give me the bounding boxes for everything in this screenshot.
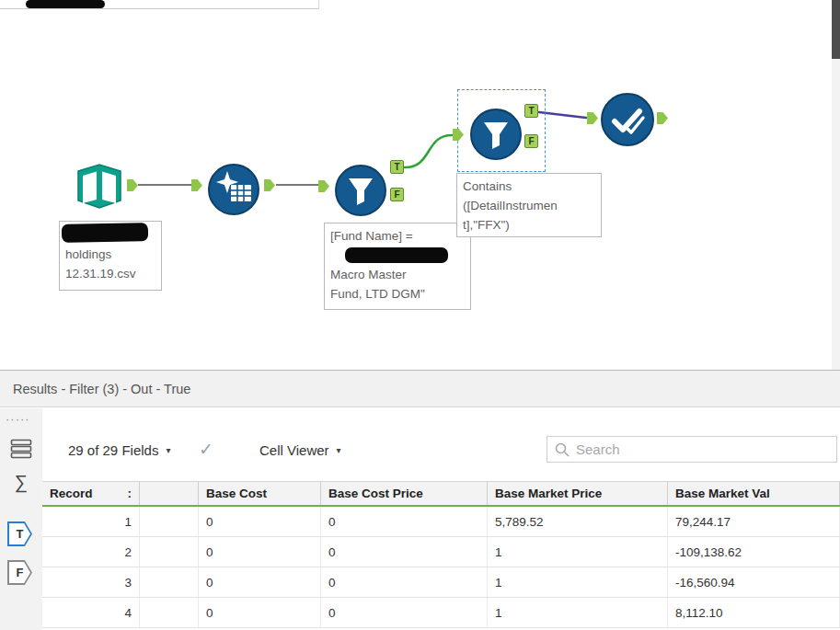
column-header-base-market-price[interactable]: Base Market Price — [488, 482, 668, 505]
cell-base-market-price[interactable]: 1 — [488, 598, 668, 627]
filter1-input-anchor[interactable] — [318, 180, 329, 192]
canvas-scrollbar[interactable] — [832, 0, 840, 370]
true-output-button[interactable]: T — [7, 521, 32, 546]
input-data-tool[interactable] — [74, 160, 125, 213]
false-output-button[interactable]: F — [7, 560, 32, 585]
column-header-hidden[interactable] — [140, 482, 199, 505]
filter-funnel-icon — [337, 166, 385, 214]
cell-base-cost-price[interactable]: 0 — [321, 598, 488, 627]
filter1-false-anchor[interactable]: F — [390, 188, 404, 201]
annotation-filter2[interactable]: Contains ([DetailInstrumen t],"FFX") — [456, 173, 602, 237]
table-row: 2 0 0 1 -109,138.62 — [42, 537, 840, 567]
unique-output-anchor[interactable] — [657, 112, 668, 124]
scrollbar-thumb[interactable] — [832, 0, 840, 59]
unique-tool[interactable] — [601, 93, 654, 146]
annotation-line: Fund, LTD DGM" — [330, 284, 465, 304]
results-title: Results - Filter (3) - Out - True — [13, 382, 190, 396]
unique-input-anchor[interactable] — [587, 112, 598, 124]
table-row: 4 0 0 1 8,112.10 — [42, 598, 840, 628]
cell-base-cost[interactable]: 0 — [199, 598, 321, 627]
cell-record[interactable]: 1 — [42, 507, 140, 536]
filter1-true-anchor[interactable]: T — [390, 160, 404, 174]
cell-record[interactable]: 3 — [42, 567, 140, 597]
cell-record[interactable]: 4 — [42, 598, 140, 627]
workflow-canvas[interactable]: T F T F holdings 12.31.19.csv — [0, 0, 840, 370]
apply-check-icon[interactable]: ✓ — [199, 439, 213, 460]
annotation-filter1[interactable]: [Fund Name] = Macro Master Fund, LTD DGM… — [324, 223, 471, 310]
drag-handle-icon[interactable]: ····· — [6, 412, 30, 426]
cell-viewer-dropdown[interactable]: Cell Viewer ▾ — [259, 438, 341, 462]
results-panel: Results - Filter (3) - Out - True ····· … — [0, 370, 840, 630]
cell-base-market-val[interactable]: -109,138.62 — [668, 537, 840, 567]
column-header-base-cost[interactable]: Base Cost — [199, 482, 321, 505]
column-header-label: Record — [50, 487, 93, 500]
records-grid-icon — [10, 439, 32, 459]
filter-tool-2[interactable] — [470, 109, 522, 160]
filter-funnel-icon — [472, 110, 520, 158]
input-output-anchor[interactable] — [127, 179, 138, 191]
cell-base-market-price[interactable]: 5,789.52 — [488, 507, 668, 536]
double-check-icon — [603, 95, 652, 144]
results-toolbar: 29 of 29 Fields ▾ ✓ Cell Viewer ▾ — [42, 408, 840, 481]
wire-filter1-to-filter2 — [405, 135, 452, 167]
cell-base-cost-price[interactable]: 0 — [321, 507, 488, 536]
data-cleansing-tool[interactable] — [208, 164, 259, 215]
annotation-line: 12.31.19.csv — [65, 264, 155, 283]
cell-base-market-price[interactable]: 1 — [488, 537, 668, 567]
search-input[interactable] — [576, 441, 829, 457]
cell-base-cost-price[interactable]: 0 — [321, 567, 488, 597]
cell-base-market-val[interactable]: -16,560.94 — [668, 567, 840, 597]
annotation-line: [Fund Name] = — [330, 226, 465, 246]
filter-tool-1[interactable] — [335, 165, 386, 216]
search-icon — [555, 442, 570, 457]
cleansing-sparkle-grid-icon — [210, 166, 258, 213]
input-book-icon — [74, 160, 125, 213]
wire-filter2-to-unique — [539, 112, 586, 118]
cell-base-market-val[interactable]: 8,112.10 — [668, 598, 840, 627]
column-header-base-cost-price[interactable]: Base Cost Price — [321, 482, 488, 505]
column-header-record[interactable]: Record : — [42, 482, 140, 505]
sigma-icon: ∑ — [15, 472, 28, 493]
false-output-label: F — [9, 562, 30, 583]
results-title-bar: Results - Filter (3) - Out - True — [0, 371, 840, 407]
records-view-button[interactable] — [8, 436, 34, 462]
cell[interactable] — [140, 598, 199, 627]
cell[interactable] — [140, 567, 199, 597]
cell-record[interactable]: 2 — [42, 537, 140, 567]
search-box[interactable] — [547, 436, 837, 463]
cell[interactable] — [140, 507, 199, 536]
cell-base-market-price[interactable]: 1 — [488, 567, 668, 597]
redacted-text — [62, 223, 148, 243]
cleansing-output-anchor[interactable] — [264, 179, 275, 191]
cell-base-cost[interactable]: 0 — [199, 567, 321, 597]
filter2-false-anchor[interactable]: F — [524, 134, 538, 148]
cell-base-cost[interactable]: 0 — [199, 507, 321, 536]
redacted-text — [345, 247, 448, 263]
table-row: 1 0 0 5,789.52 79,244.17 — [42, 507, 840, 537]
cleansing-input-anchor[interactable] — [191, 179, 202, 191]
table-row: 3 0 0 1 -16,560.94 — [42, 567, 840, 598]
metadata-view-button[interactable]: ∑ — [8, 469, 34, 495]
fields-dropdown[interactable]: 29 of 29 Fields ▾ — [68, 438, 170, 462]
redacted-tab-title — [26, 0, 105, 8]
annotation-line: Macro Master — [330, 265, 465, 284]
annotation-line: holdings — [65, 245, 155, 264]
chevron-down-icon: ▾ — [166, 445, 170, 455]
true-output-label: T — [9, 523, 30, 544]
filter2-true-anchor[interactable]: T — [524, 104, 538, 118]
record-header-mark: : — [128, 487, 132, 500]
cell-base-cost[interactable]: 0 — [199, 537, 321, 567]
annotation-line: ([DetailInstrumen — [463, 196, 595, 215]
results-side-toolbar: ····· ∑ T F — [0, 408, 42, 630]
chevron-down-icon: ▾ — [337, 445, 341, 455]
fields-dropdown-label: 29 of 29 Fields — [68, 442, 158, 458]
connection-wires — [0, 0, 840, 370]
cell[interactable] — [140, 537, 199, 567]
annotation-line: Contains — [463, 177, 595, 196]
annotation-line: t],"FFX") — [463, 215, 595, 235]
column-header-base-market-val[interactable]: Base Market Val — [668, 482, 840, 505]
annotation-input[interactable]: holdings 12.31.19.csv — [59, 221, 162, 291]
cell-base-market-val[interactable]: 79,244.17 — [668, 507, 840, 536]
cell-base-cost-price[interactable]: 0 — [321, 537, 488, 567]
alteryx-window: T F T F holdings 12.31.19.csv — [0, 0, 840, 630]
